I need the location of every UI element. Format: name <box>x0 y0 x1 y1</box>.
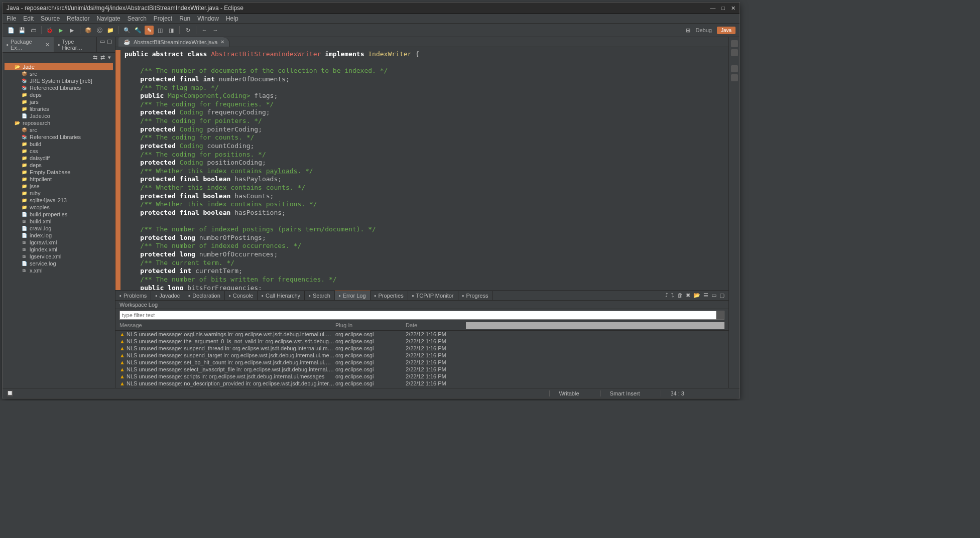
tree-row[interactable]: 📁css <box>5 148 113 155</box>
bookmark-mini-icon[interactable] <box>731 74 738 81</box>
menu-source[interactable]: Source <box>41 15 60 22</box>
tasklist-mini-icon[interactable] <box>731 49 738 56</box>
tree-row[interactable]: 🗎lgcrawl.xml <box>5 239 113 246</box>
mark-icon[interactable]: ✎ <box>145 26 154 35</box>
view-tab[interactable]: ▪Package Ex…✕ <box>3 37 54 52</box>
log-row[interactable]: ▲NLS unused message: suspend_target in: … <box>115 352 728 359</box>
bottom-tab-progress[interactable]: ▪Progress <box>458 291 493 300</box>
tree-row[interactable]: 🗎lgindex.xml <box>5 246 113 253</box>
max-icon[interactable]: ▢ <box>719 292 724 299</box>
log-row[interactable]: ▲NLS unused message: osgi.nls.warnings i… <box>115 331 728 338</box>
bottom-tab-tcp-ip-monitor[interactable]: ▪TCP/IP Monitor <box>408 291 458 300</box>
link-editor-icon[interactable]: ⇄ <box>100 54 105 61</box>
editor-tab[interactable]: ☕ AbstractBitStreamIndexWriter.java ✕ <box>118 37 230 47</box>
code-text[interactable]: public abstract class AbstractBitStreamI… <box>120 50 419 290</box>
tree-row[interactable]: 📁httpclient <box>5 176 113 183</box>
bottom-tab-error-log[interactable]: ▪Error Log <box>335 291 371 300</box>
export-icon[interactable]: ⤴ <box>665 292 668 299</box>
tree-row[interactable]: 🗎build.xml <box>5 218 113 225</box>
log-row[interactable]: ▲NLS unused message: no_description_prov… <box>115 380 728 387</box>
filter-icon[interactable]: ☰ <box>703 292 708 299</box>
bottom-tab-problems[interactable]: ▪Problems <box>115 291 151 300</box>
status-icon[interactable]: 🔲 <box>7 390 14 396</box>
debug-perspective[interactable]: Debug <box>692 26 714 34</box>
package-explorer-tree[interactable]: 📂Jade📦src📚JRE System Library [jre6]📚Refe… <box>3 62 115 388</box>
run-icon[interactable]: ▶ <box>56 26 65 35</box>
new-package-icon[interactable]: 📦 <box>84 26 93 35</box>
tree-row[interactable]: 📁daisydiff <box>5 155 113 162</box>
log-row[interactable]: ▲NLS unused message: suspend_thread in: … <box>115 345 728 352</box>
delete-icon[interactable]: ✖ <box>686 292 690 299</box>
code-editor[interactable]: public abstract class AbstractBitStreamI… <box>115 47 728 290</box>
open-icon[interactable]: 📂 <box>693 292 700 299</box>
open-type-icon[interactable]: 🔍 <box>122 26 132 35</box>
tree-row[interactable]: 📁deps <box>5 91 113 98</box>
tree-row[interactable]: 📁ruby <box>5 190 113 197</box>
tree-row[interactable]: 📚JRE System Library [jre6] <box>5 77 113 84</box>
log-row[interactable]: ▲NLS unused message: select_javascript_f… <box>115 366 728 373</box>
open-perspective-icon[interactable]: ⊞ <box>686 27 690 34</box>
tree-row[interactable]: 📂Jade <box>5 63 113 70</box>
filter-button[interactable] <box>716 311 724 320</box>
debug-icon[interactable]: 🐞 <box>45 26 54 35</box>
tree-row[interactable]: 📂reposearch <box>5 119 113 126</box>
tree-row[interactable]: 📁Empty Database <box>5 169 113 176</box>
tree-row[interactable]: 📁deps <box>5 162 113 169</box>
run-last-icon[interactable]: ▶ <box>67 26 76 35</box>
col-plugin[interactable]: Plug-in <box>335 322 406 329</box>
refresh-icon[interactable]: ↻ <box>183 26 192 35</box>
menu-window[interactable]: Window <box>197 15 219 22</box>
col-message[interactable]: Message <box>119 322 335 329</box>
maximize-icon[interactable]: □ <box>721 5 725 12</box>
view-menu-icon[interactable]: ▾ <box>108 54 111 61</box>
col-date[interactable]: Date <box>406 322 466 329</box>
collapse-all-icon[interactable]: ⇆ <box>93 54 97 61</box>
outline-mini-icon[interactable] <box>731 40 738 47</box>
close-tab-icon[interactable]: ✕ <box>220 39 224 45</box>
tree-row[interactable]: 🗎lgservice.xml <box>5 253 113 260</box>
tree-row[interactable]: 📄crawl.log <box>5 225 113 232</box>
new-icon[interactable]: 📄 <box>7 26 16 35</box>
menu-edit[interactable]: Edit <box>23 15 34 22</box>
view-max-icon[interactable]: ▢ <box>107 38 112 51</box>
new-class-icon[interactable]: Ⓒ <box>95 26 104 35</box>
log-row[interactable]: ▲NLS unused message: the_argument_0_is_n… <box>115 338 728 345</box>
back-icon[interactable]: ← <box>200 26 209 35</box>
minimize-icon[interactable]: — <box>710 5 715 12</box>
view-tab[interactable]: ▪Type Hierar… <box>54 37 97 52</box>
tree-row[interactable]: 📄service.log <box>5 260 113 267</box>
tree-row[interactable]: 📦src <box>5 70 113 77</box>
toggle-icon[interactable]: ◫ <box>156 26 165 35</box>
clear-icon[interactable]: 🗑 <box>677 292 683 299</box>
tree-row[interactable]: 📦src <box>5 126 113 133</box>
tree-row[interactable]: 📄Jade.ico <box>5 112 113 119</box>
log-rows[interactable]: ▲NLS unused message: osgi.nls.warnings i… <box>115 331 728 388</box>
minimap-mini-icon[interactable] <box>731 65 738 72</box>
menu-help[interactable]: Help <box>226 15 238 22</box>
tree-row[interactable]: 📚Referenced Libraries <box>5 133 113 141</box>
java-perspective[interactable]: Java <box>717 27 736 34</box>
log-row[interactable]: ▲NLS unused message: set_bp_hit_count in… <box>115 359 728 366</box>
bottom-tab-javadoc[interactable]: ▪Javadoc <box>151 291 184 300</box>
tree-row[interactable]: 📄index.log <box>5 232 113 239</box>
save-all-icon[interactable]: 🗃 <box>29 26 38 35</box>
bottom-tab-call-hierarchy[interactable]: ▪Call Hierarchy <box>258 291 305 300</box>
menu-refactor[interactable]: Refactor <box>67 15 89 22</box>
tree-row[interactable]: 📚Referenced Libraries <box>5 84 113 91</box>
forward-icon[interactable]: → <box>211 26 220 35</box>
close-icon[interactable]: ✕ <box>731 5 736 12</box>
min-icon[interactable]: ▭ <box>711 292 716 299</box>
log-row[interactable]: ▲NLS unused message: scripts in: org.ecl… <box>115 373 728 380</box>
menu-file[interactable]: File <box>7 15 16 22</box>
menu-project[interactable]: Project <box>154 15 172 22</box>
tree-row[interactable]: 📁jars <box>5 98 113 105</box>
bottom-tab-search[interactable]: ▪Search <box>305 291 335 300</box>
bottom-tab-properties[interactable]: ▪Properties <box>371 291 408 300</box>
menu-search[interactable]: Search <box>128 15 147 22</box>
bottom-tab-console[interactable]: ▪Console <box>225 291 258 300</box>
tree-row[interactable]: 📁wcopies <box>5 204 113 211</box>
tree-row[interactable]: 📄build.properties <box>5 211 113 218</box>
import-icon[interactable]: ⤵ <box>671 292 674 299</box>
tree-row[interactable]: 📁libraries <box>5 105 113 112</box>
tree-row[interactable]: 📁sqlite4java-213 <box>5 197 113 204</box>
